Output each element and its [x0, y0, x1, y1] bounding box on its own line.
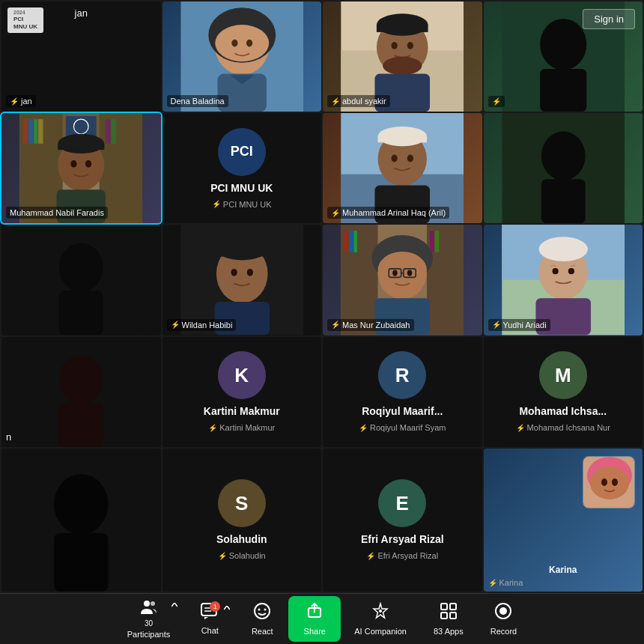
participant-cell-solahudin[interactable]: S Solahudin ⚡ Solahudin: [162, 449, 322, 592]
name-solahudin: Solahudin: [216, 533, 267, 545]
avatar-mohamad: M: [539, 351, 587, 399]
participant-cell-abdul[interactable]: ⚡ abdul syakir: [323, 1, 482, 112]
svg-rect-65: [354, 231, 357, 253]
participant-cell-kartini[interactable]: K Kartini Makmur ⚡ Kartini Makmur: [162, 337, 322, 447]
extra5-video: [1, 449, 161, 592]
name-roqiyul: Roqiyul Maarif...: [362, 405, 443, 417]
svg-point-13: [392, 42, 398, 49]
mute-icon-jan: ⚡: [10, 97, 19, 106]
svg-point-96: [144, 601, 150, 607]
participant-cell-extra5[interactable]: [1, 449, 161, 592]
avatar-efri: E: [378, 479, 426, 527]
share-svg: [306, 602, 323, 620]
svg-point-42: [378, 127, 427, 146]
participant-cell-nabil[interactable]: Muhammad Nabil Faradis: [1, 113, 161, 223]
svg-rect-108: [450, 604, 456, 610]
participant-cell-karina[interactable]: Karina ⚡ Karina: [484, 449, 643, 592]
participants-button[interactable]: 30 Participants: [114, 595, 183, 643]
ai-companion-icon: [371, 602, 389, 625]
svg-rect-52: [59, 291, 103, 335]
mute-icon-yudhi: ⚡: [492, 321, 501, 329]
mute-icon-extra1: ⚡: [492, 97, 501, 106]
svg-rect-110: [450, 613, 456, 619]
svg-point-89: [54, 474, 108, 535]
participant-cell-yudhi[interactable]: ⚡ Yudhi Ariadi: [484, 225, 643, 335]
sublabel-kartini: ⚡ Kartini Makmur: [208, 423, 275, 432]
svg-rect-12: [377, 25, 428, 32]
svg-rect-49: [541, 180, 585, 224]
participant-cell-dena[interactable]: Dena Baladina: [162, 1, 322, 112]
svg-point-86: [59, 355, 103, 404]
participants-label: Participants: [127, 630, 170, 639]
svg-rect-19: [540, 69, 586, 112]
sublabel-solahudin: ⚡ Solahudin: [218, 551, 266, 560]
mute-icon-arinal: ⚡: [331, 209, 340, 217]
svg-point-35: [70, 160, 76, 168]
overlay-yudhi: ⚡ Yudhi Ariadi: [488, 319, 550, 331]
svg-rect-25: [28, 119, 34, 144]
svg-point-4: [231, 40, 237, 47]
apps-button[interactable]: 83 Apps: [420, 598, 477, 640]
chat-chevron: [224, 600, 230, 613]
svg-rect-56: [216, 249, 267, 257]
sublabel-roqiyul: ⚡ Roqiyul Maarif Syam: [359, 423, 446, 432]
svg-point-36: [85, 160, 91, 168]
ai-companion-label: AI Companion: [354, 627, 407, 636]
name-mohamad: Mohamad Ichsa...: [519, 405, 607, 417]
share-icon: [306, 602, 323, 625]
participant-cell-efri[interactable]: E Efri Arsyad Rizal ⚡ Efri Arsyad Rizal: [323, 449, 482, 592]
svg-point-45: [407, 155, 413, 162]
react-button[interactable]: React: [236, 598, 288, 640]
record-button[interactable]: Record: [477, 598, 530, 640]
svg-point-51: [59, 243, 103, 292]
participant-cell-pcimnu[interactable]: PCI PCI MNU UK ⚡ PCI MNU UK: [162, 113, 322, 223]
svg-point-83: [568, 268, 574, 274]
svg-point-75: [407, 270, 413, 276]
name-jan: jan: [75, 7, 88, 19]
extra2-video: [484, 113, 643, 223]
participant-cell-arinal[interactable]: ⚡ Muhammad Arinal Haq (Aril): [323, 113, 482, 223]
participant-cell-masnur[interactable]: ⚡ Mas Nur Zubaidah: [323, 225, 482, 335]
participant-cell-extra3[interactable]: [1, 225, 161, 335]
mute-icon-masnur: ⚡: [331, 321, 340, 329]
svg-rect-24: [23, 119, 28, 144]
overlay-wildan: ⚡ Wildan Habibi: [167, 319, 237, 331]
participant-cell-roqiyul[interactable]: R Roqiyul Maarif... ⚡ Roqiyul Maarif Sya…: [323, 337, 482, 447]
svg-point-103: [264, 609, 267, 611]
overlay-abdul: ⚡ abdul syakir: [327, 95, 390, 107]
sublabel-pcimnu: ⚡ PCI MNU UK: [212, 200, 272, 209]
svg-point-106: [379, 610, 382, 613]
participant-cell-jan[interactable]: 2024 PCI MNU UK jan ⚡ jan: [1, 1, 161, 112]
ai-companion-button[interactable]: AI Companion: [341, 598, 420, 640]
svg-rect-43: [378, 136, 427, 142]
name-karina: Karina: [484, 565, 643, 575]
share-label: Share: [304, 627, 326, 636]
svg-point-44: [392, 155, 398, 162]
participant-cell-extra4[interactable]: n: [1, 337, 161, 447]
svg-rect-28: [106, 119, 111, 144]
svg-rect-34: [58, 144, 104, 150]
react-label: React: [252, 627, 273, 636]
sublabel-mohamad: ⚡ Mohamad Ichsana Nur: [516, 423, 610, 432]
svg-rect-27: [38, 119, 43, 144]
svg-point-97: [151, 601, 155, 606]
avatar-pcimnu: PCI: [218, 128, 266, 176]
participant-cell-wildan[interactable]: ⚡ Wildan Habibi: [162, 225, 322, 335]
overlay-dena: Dena Baladina: [167, 95, 228, 107]
svg-point-94: [601, 479, 607, 486]
participant-cell-mohamad[interactable]: M Mohamad Ichsa... ⚡ Mohamad Ichsana Nur: [484, 337, 643, 447]
chat-button[interactable]: 1 Chat: [183, 598, 236, 640]
sign-in-button[interactable]: Sign in: [583, 9, 635, 29]
svg-point-70: [378, 252, 427, 288]
share-button[interactable]: Share: [288, 596, 341, 642]
apps-icon: [440, 602, 458, 625]
svg-rect-29: [111, 119, 116, 144]
overlay-extra1: ⚡: [488, 96, 505, 107]
react-icon: [253, 602, 271, 625]
participants-count: 30: [140, 619, 158, 628]
record-svg: [494, 602, 512, 620]
mute-icon-wildan: ⚡: [171, 321, 180, 329]
avatar-solahudin: S: [218, 479, 266, 527]
participant-cell-extra2[interactable]: [484, 113, 643, 223]
mute-icon-abdul: ⚡: [331, 97, 340, 106]
